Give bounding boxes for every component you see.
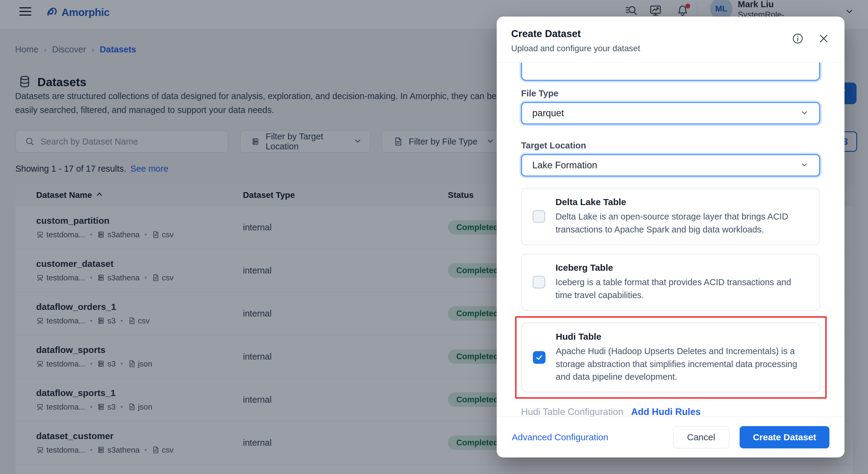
hudi-description: Apache Hudi (Hadoop Upserts Deletes and … bbox=[556, 345, 809, 384]
create-dataset-button[interactable]: Create Dataset bbox=[740, 426, 830, 448]
target-location-select[interactable]: Lake Formation bbox=[521, 154, 820, 176]
modal-subtitle: Upload and configure your dataset bbox=[511, 44, 792, 53]
screen: Amorphic bbox=[0, 0, 868, 474]
chevron-down-icon bbox=[800, 108, 809, 118]
hudi-table-option[interactable]: Hudi Table Apache Hudi (Hadoop Upserts D… bbox=[521, 323, 820, 393]
delta-lake-table-option[interactable]: Delta Lake Table Delta Lake is an open-s… bbox=[521, 188, 820, 245]
hudi-highlight-box: Hudi Table Apache Hudi (Hadoop Upserts D… bbox=[515, 316, 827, 399]
target-location-value: Lake Formation bbox=[532, 160, 800, 171]
hudi-config-label: Hudi Table Configuration bbox=[521, 407, 623, 416]
modal-title: Create Dataset bbox=[511, 28, 792, 39]
delta-lake-description: Delta Lake is an open-source storage lay… bbox=[555, 210, 809, 236]
file-type-select[interactable]: parquet bbox=[521, 102, 820, 124]
delta-lake-title: Delta Lake Table bbox=[555, 197, 809, 207]
file-type-label: File Type bbox=[521, 89, 820, 99]
info-icon[interactable] bbox=[792, 32, 804, 45]
dataset-name-input-partial[interactable] bbox=[521, 63, 820, 81]
close-icon[interactable] bbox=[817, 32, 830, 45]
iceberg-table-option[interactable]: Iceberg Table Iceberg is a table format … bbox=[521, 253, 820, 311]
add-hudi-rules-link[interactable]: Add Hudi Rules bbox=[631, 407, 701, 416]
hudi-checkbox[interactable] bbox=[533, 351, 546, 364]
check-icon bbox=[535, 353, 543, 361]
target-location-label: Target Location bbox=[521, 141, 820, 150]
iceberg-title: Iceberg Table bbox=[555, 263, 809, 273]
file-type-value: parquet bbox=[532, 108, 800, 118]
create-dataset-modal: Create Dataset Upload and configure your… bbox=[497, 16, 844, 458]
cancel-button[interactable]: Cancel bbox=[673, 426, 730, 448]
iceberg-description: Iceberg is a table format that provides … bbox=[555, 276, 809, 302]
hudi-title: Hudi Table bbox=[556, 332, 809, 342]
modal-body: File Type parquet Target Location Lake F… bbox=[497, 63, 844, 416]
advanced-configuration-link[interactable]: Advanced Configuration bbox=[512, 432, 608, 442]
delta-lake-checkbox[interactable] bbox=[532, 210, 545, 223]
chevron-down-icon bbox=[800, 160, 809, 170]
iceberg-checkbox[interactable] bbox=[532, 276, 545, 289]
